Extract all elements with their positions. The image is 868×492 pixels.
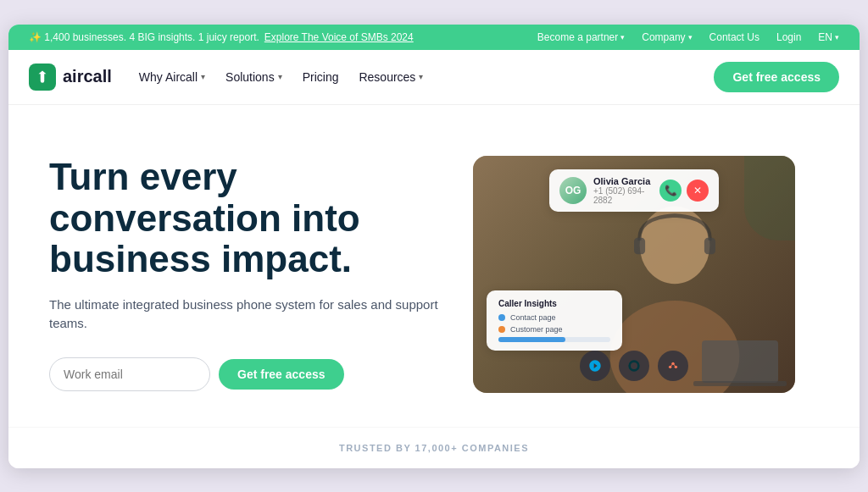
svg-line-9 <box>670 363 673 367</box>
why-aircall-chevron: ▾ <box>201 72 205 81</box>
top-banner: ✨ 1,400 businesses. 4 BIG insights. 1 ju… <box>8 25 860 50</box>
decline-call-button[interactable]: ✕ <box>687 180 709 202</box>
logo-text: aircall <box>63 67 112 86</box>
laptop-base <box>693 381 787 386</box>
caller-card: OG Olivia Garcia +1 (502) 694-2882 📞 ✕ <box>549 169 719 212</box>
insights-bar <box>498 337 565 342</box>
navbar: aircall Why Aircall ▾ Solutions ▾ Pricin… <box>8 50 860 105</box>
email-form: Get free access <box>49 357 439 391</box>
accept-call-button[interactable]: 📞 <box>659 180 682 202</box>
svg-point-0 <box>41 79 45 83</box>
svg-rect-4 <box>704 237 715 254</box>
plant-bg <box>744 156 795 240</box>
caller-info: Olivia Garcia +1 (502) 694-2882 <box>593 176 653 205</box>
insight-row-2: Customer page <box>498 325 610 334</box>
hero-left: Turn every conversation into business im… <box>49 157 439 390</box>
resources-chevron: ▾ <box>419 72 423 81</box>
laptop-decoration <box>702 340 778 383</box>
nav-solutions[interactable]: Solutions ▾ <box>225 70 282 84</box>
hero-section: Turn every conversation into business im… <box>8 105 860 427</box>
email-input[interactable] <box>49 357 210 391</box>
hero-image: OG Olivia Garcia +1 (502) 694-2882 📞 ✕ C… <box>473 156 795 393</box>
insight-row-1: Contact page <box>498 313 610 322</box>
caller-name: Olivia Garcia <box>593 176 653 186</box>
logo[interactable]: aircall <box>29 64 112 91</box>
nav-resources[interactable]: Resources ▾ <box>359 70 423 84</box>
nav-cta-area: Get free access <box>714 62 839 92</box>
insights-card: Caller Insights Contact page Customer pa… <box>487 290 622 351</box>
insight-dot-blue <box>498 314 505 321</box>
banner-text: ✨ 1,400 businesses. 4 BIG insights. 1 ju… <box>29 31 259 43</box>
zendesk-icon <box>619 351 649 381</box>
svg-rect-3 <box>634 237 645 254</box>
company-link[interactable]: Company ▾ <box>642 31 692 43</box>
language-chevron: ▾ <box>835 33 839 41</box>
logo-icon <box>29 64 56 91</box>
hubspot-icon <box>658 351 688 381</box>
become-partner-link[interactable]: Become a partner ▾ <box>537 31 625 43</box>
svg-point-1 <box>640 206 710 284</box>
trusted-footer: TRUSTED BY 17,000+ COMPANIES <box>8 427 860 468</box>
language-selector[interactable]: EN ▾ <box>818 31 839 43</box>
hero-subheadline: The ultimate integrated business phone s… <box>49 296 439 334</box>
company-chevron: ▾ <box>688 33 693 41</box>
hero-headline: Turn every conversation into business im… <box>49 157 439 279</box>
banner-left: ✨ 1,400 businesses. 4 BIG insights. 1 ju… <box>29 31 414 43</box>
banner-link[interactable]: Explore The Voice of SMBs 2024 <box>264 31 414 43</box>
insight-dot-orange <box>498 326 505 333</box>
insights-title: Caller Insights <box>498 299 610 308</box>
trusted-text: TRUSTED BY 17,000+ COMPANIES <box>339 443 529 453</box>
caller-phone: +1 (502) 694-2882 <box>593 186 653 205</box>
nav-pricing[interactable]: Pricing <box>303 70 339 84</box>
banner-right: Become a partner ▾ Company ▾ Contact Us … <box>537 31 839 43</box>
become-partner-chevron: ▾ <box>620 33 625 41</box>
call-actions: 📞 ✕ <box>659 180 709 202</box>
hero-right: OG Olivia Garcia +1 (502) 694-2882 📞 ✕ C… <box>473 156 829 393</box>
caller-avatar: OG <box>559 177 587 204</box>
nav-links: Why Aircall ▾ Solutions ▾ Pricing Resour… <box>139 70 687 84</box>
solutions-chevron: ▾ <box>278 72 282 81</box>
nav-why-aircall[interactable]: Why Aircall ▾ <box>139 70 205 84</box>
integration-icons <box>580 351 688 381</box>
svg-line-8 <box>673 363 676 367</box>
login-link[interactable]: Login <box>776 31 801 43</box>
salesforce-icon <box>580 351 610 381</box>
contact-us-link[interactable]: Contact Us <box>709 31 760 43</box>
nav-get-free-access-button[interactable]: Get free access <box>714 62 839 92</box>
insights-bar-bg <box>498 337 610 342</box>
browser-frame: ✨ 1,400 businesses. 4 BIG insights. 1 ju… <box>8 25 860 468</box>
hero-get-free-access-button[interactable]: Get free access <box>219 359 344 390</box>
